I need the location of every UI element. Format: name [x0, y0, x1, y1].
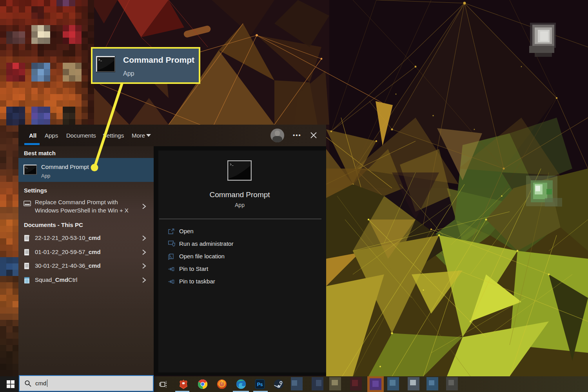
svg-text:Ps: Ps [257, 382, 263, 387]
